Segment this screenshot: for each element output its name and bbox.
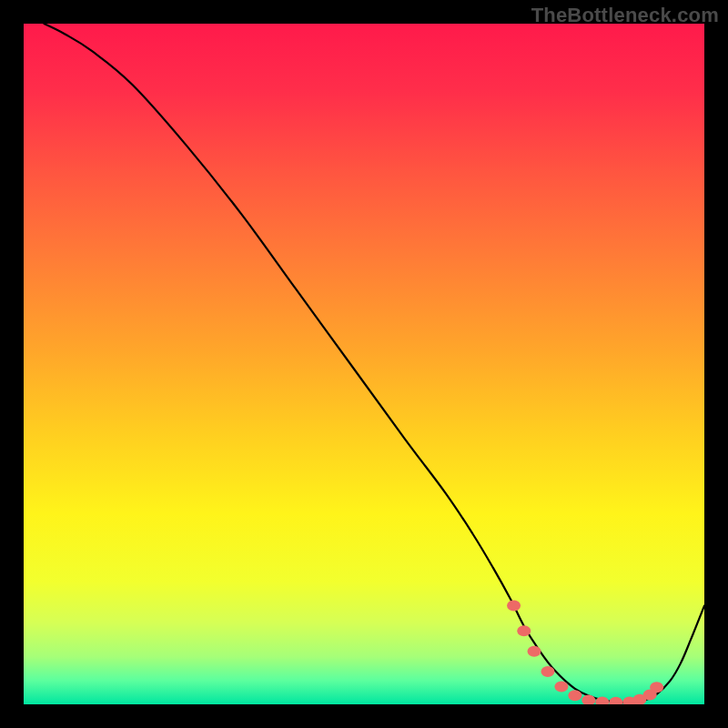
highlight-dot [568, 690, 581, 701]
highlight-dot [528, 646, 541, 657]
highlight-dot [554, 682, 568, 693]
plot-area [24, 24, 704, 704]
plot-svg [24, 24, 704, 704]
chart-stage: TheBottleneck.com [0, 0, 728, 728]
highlight-dot [507, 601, 521, 612]
highlight-dot [650, 682, 663, 693]
watermark-text: TheBottleneck.com [531, 4, 719, 27]
highlight-dot [517, 625, 531, 636]
highlight-dot [541, 666, 554, 677]
gradient-background [24, 24, 704, 704]
